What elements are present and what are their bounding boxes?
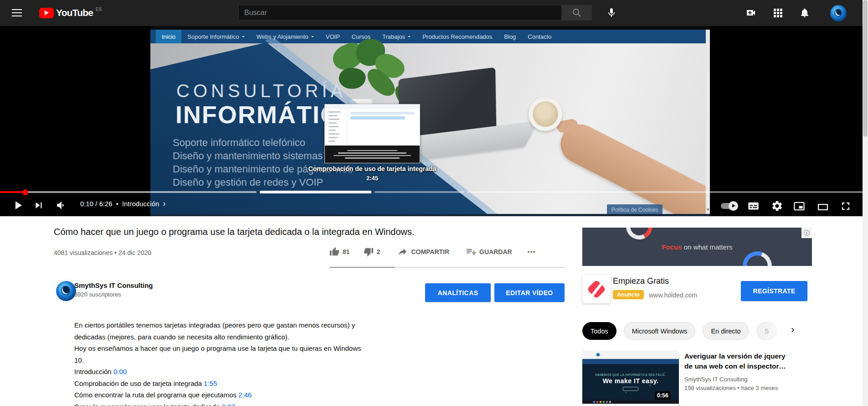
ad-cta-button[interactable]: REGÍSTRATE [741,281,807,301]
search-box [238,5,562,21]
chip-todos[interactable]: Todos [582,322,616,340]
seek-preview-chapter-title: Comprobación de uso de tarjeta integrada [273,165,471,172]
chapter-chevron-icon[interactable]: › [163,200,165,207]
account-avatar[interactable] [830,5,847,21]
related-video-channel: SmythSys IT Consulting [684,376,747,383]
related-video-title[interactable]: Averiguar la versión de jquery de una we… [684,351,817,371]
create-video-icon[interactable] [745,7,756,18]
progress-played [0,191,25,193]
coffee-cup [529,97,562,131]
notifications-bell-icon[interactable] [799,7,810,18]
analytics-button[interactable]: ANALÍTICAS [425,283,491,302]
video-player[interactable]: Inicio Soporte Informático Webs y Alojam… [0,26,868,216]
subtitles-icon[interactable] [747,200,760,214]
related-video-meta: 198 visualizaciones • hace 3 meses [684,385,778,391]
chapter-timestamp-link[interactable]: 0:00 [113,368,127,375]
settings-gear-icon[interactable] [771,200,783,214]
youtube-logo[interactable]: YouTube ES [39,7,101,18]
like-ratio-bar [329,267,395,268]
like-button[interactable]: 81 [329,247,350,257]
hero-title-line1: CONSULTORÍA [176,81,346,101]
filter-chips-bar: Todos Microsoft Windows En directo S [582,322,777,340]
share-arrow-icon [397,246,408,257]
ad-ring-chart-red [622,228,656,243]
site-logo-icon [595,352,601,358]
youtube-play-icon [39,8,54,18]
related-video-duration: 0:56 [655,391,671,400]
action-row: 81 2 COMPARTIR GUARDAR ••• [329,246,536,257]
dislike-button[interactable]: 2 [364,247,380,257]
display-ad-banner[interactable]: Focus on what matters i [582,228,812,266]
description-line: Hoy os enseñamos a hacer que un juego o … [74,343,434,354]
search-icon [572,8,582,18]
chapter-row: Crear la excepción para usar la tarjeta … [74,401,434,406]
thumb-caption-small: HACEMOS QUE LA INFORMÁTICA SEA FÁCIL. [595,373,666,376]
ad-url: www.holded.com [649,291,697,299]
share-label: COMPARTIR [411,248,449,255]
video-title: Cómo hacer que un juego o programa use l… [54,227,564,237]
description-line: En ciertos portátiles tenemos tarjetas i… [74,319,434,331]
ad-info-button[interactable]: i [801,228,812,238]
video-frame: Inicio Soporte Informático Webs y Alojam… [150,26,710,216]
fullscreen-icon[interactable] [839,200,852,214]
youtube-region-label: ES [96,7,102,12]
chapter-row: Introducción 0:00 [74,366,434,378]
app-header: YouTube ES [0,0,868,26]
chapter-row: Cómo encontrar la ruta del programa que … [74,389,434,401]
like-count: 81 [343,248,350,255]
thumb-caption-large: We make IT easy. [603,377,659,385]
section-divider [395,267,565,268]
video-meta: 4081 visualizaciones • 24 dic 2020 [54,249,151,256]
more-actions-button[interactable]: ••• [528,249,536,255]
share-button[interactable]: COMPARTIR [397,246,449,257]
chip-en-directo[interactable]: En directo [703,322,749,340]
current-chapter-label: Introducción [122,200,159,208]
dislike-count: 2 [377,248,380,255]
in-video-site-nav: Inicio Soporte Informático Webs y Alojam… [150,30,710,43]
chips-scroll-right-icon[interactable]: › [791,324,794,336]
info-icon: i [804,230,810,236]
cookies-policy-button: Política de Cookies [607,204,663,215]
ad-banner-text: Focus on what matters [582,243,812,251]
video-description: En ciertos portátiles tenemos tarjetas i… [74,319,434,406]
description-line: dedicadas (mejores, para cuando se neces… [74,331,434,343]
youtube-wordmark: YouTube [56,7,93,18]
chapter-timestamp-link[interactable]: 1:55 [204,380,217,387]
theater-mode-icon[interactable] [817,201,829,215]
chip-microsoft-windows[interactable]: Microsoft Windows [624,322,696,340]
save-button[interactable]: GUARDAR [466,246,512,257]
in-video-scrollbar: ▼ [706,30,710,216]
miniplayer-icon[interactable] [793,200,806,214]
edit-video-button[interactable]: EDITAR VÍDEO [494,283,565,302]
chapter-timestamp-link[interactable]: 3:27 [222,403,235,406]
time-display: 0:10 / 6:26 • Introducción › [80,200,166,208]
play-button[interactable] [11,198,25,214]
apps-grid-icon[interactable] [772,7,783,18]
voice-search-icon[interactable] [606,7,617,18]
search-input[interactable] [239,9,561,17]
ad-badge: Anuncio [613,290,644,299]
thumb-up-icon [329,247,339,257]
search-button[interactable] [562,5,592,21]
chapter-row: Comprobación de uso de tarjeta integrada… [74,378,434,390]
next-button[interactable] [33,199,45,213]
channel-name[interactable]: SmythSys IT Consulting [74,281,153,289]
ad-advertiser-logo[interactable] [582,275,611,303]
volume-icon[interactable] [56,199,67,213]
autoplay-toggle[interactable] [721,203,737,209]
save-label: GUARDAR [479,248,512,255]
seek-preview-thumbnail [324,104,420,163]
description-line: 10. [74,354,434,366]
playlist-add-icon [466,246,476,257]
seek-preview-time: 2:45 [273,175,471,182]
hand [554,118,710,216]
chapter-segment-hovered [260,191,371,193]
chapter-timestamp-link[interactable]: 2:46 [238,391,252,399]
channel-avatar[interactable] [55,280,77,302]
page-scrollbar[interactable] [863,0,868,406]
youtube-watch-page: YouTube ES Inicio Soporte Inform [0,0,868,406]
page-scrollbar-thumb[interactable] [863,0,868,137]
menu-icon[interactable] [12,9,22,16]
scrubber-handle[interactable] [22,189,28,195]
ad-headline[interactable]: Empieza Gratis [613,276,669,286]
